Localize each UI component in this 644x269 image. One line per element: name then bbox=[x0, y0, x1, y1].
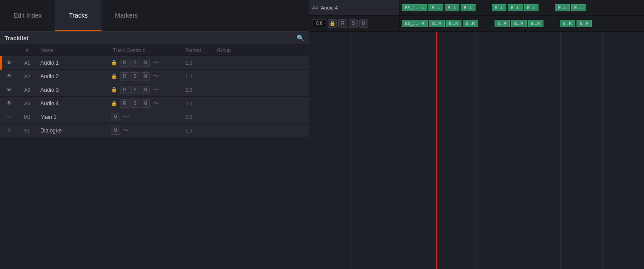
lock-icon-a1[interactable]: 🔒 bbox=[111, 60, 117, 66]
track-format-s1: 1.0 bbox=[183, 128, 215, 133]
r-button-a4[interactable]: R bbox=[120, 99, 129, 108]
clip-block[interactable]: E...L bbox=[524, 4, 539, 11]
clip-block[interactable]: E...R bbox=[560, 20, 575, 27]
a4-header-block: A4 Audio 4 0.0 🔒 R S M bbox=[309, 0, 400, 31]
col-header-controls: Track Controls bbox=[111, 47, 183, 54]
tab-tracks[interactable]: Tracks bbox=[55, 0, 101, 31]
lock-icon-a4[interactable]: 🔒 bbox=[111, 100, 117, 106]
tracklist-title: Tracklist bbox=[5, 35, 29, 42]
track-name-a4: Audio 4 bbox=[38, 100, 111, 107]
tab-edit-index[interactable]: Edit Index bbox=[0, 0, 55, 31]
table-row[interactable]: 👁 A3 Audio 3 🔒 R S M 〜 2.0 bbox=[0, 83, 309, 97]
tab-markers[interactable]: Markers bbox=[101, 0, 152, 31]
s-button-a3[interactable]: S bbox=[130, 86, 139, 94]
tracklist-header: Tracklist 🔍 bbox=[0, 32, 309, 45]
col-header-format: Format bbox=[183, 47, 215, 54]
automation-icon-a1: 〜 bbox=[153, 59, 159, 67]
table-row[interactable]: 👁 A4 Audio 4 🔒 R S M 〜 2.0 bbox=[0, 97, 309, 110]
clip-block[interactable]: E...R bbox=[429, 20, 445, 27]
track-num-s1: S1 bbox=[16, 128, 38, 133]
lock-icon-a2[interactable]: 🔒 bbox=[111, 73, 117, 79]
col-header-name: Name bbox=[38, 47, 111, 54]
track-eye-a1[interactable]: 👁 bbox=[2, 59, 16, 66]
track-controls-a1: 🔒 R S M 〜 bbox=[111, 59, 183, 67]
track-controls-a3: 🔒 R S M 〜 bbox=[111, 86, 183, 94]
playhead bbox=[436, 32, 437, 269]
track-name-s1: Dialogue bbox=[38, 127, 111, 134]
clip-block[interactable]: E...L bbox=[555, 4, 570, 11]
automation-icon-m1: 〜 bbox=[123, 113, 129, 121]
table-row[interactable]: 👁 M1 Main 1 M 〜 2.0 bbox=[0, 110, 309, 124]
tab-bar: Edit Index Tracks Markers bbox=[0, 0, 309, 32]
timeline-area bbox=[309, 32, 644, 269]
m-btn-header[interactable]: M bbox=[359, 19, 368, 28]
m-button-a4[interactable]: M bbox=[141, 99, 150, 108]
track-num-a2: A2 bbox=[16, 74, 38, 79]
track-eye-s1[interactable]: 👁 bbox=[2, 127, 16, 134]
clip-block[interactable]: E...R bbox=[495, 20, 510, 27]
m-button-s1[interactable]: M bbox=[111, 127, 120, 135]
track-name-a1: Audio 1 bbox=[38, 60, 111, 66]
track-name-a3: Audio 3 bbox=[38, 87, 111, 93]
track-eye-a4[interactable]: 👁 bbox=[2, 100, 16, 107]
automation-icon-s1: 〜 bbox=[123, 127, 129, 135]
r-button-a3[interactable]: R bbox=[120, 86, 129, 94]
clip-block[interactable]: E...L bbox=[461, 4, 476, 11]
automation-icon-a3: 〜 bbox=[153, 86, 159, 94]
track-controls-m1: M 〜 bbox=[111, 113, 183, 121]
r-button-a1[interactable]: R bbox=[120, 59, 129, 67]
clip-block[interactable]: E...R bbox=[446, 20, 461, 27]
table-row[interactable]: 👁 A1 Audio 1 🔒 R S M 〜 1.0 bbox=[0, 56, 309, 70]
track-num-a1: A1 bbox=[16, 60, 38, 66]
m-button-a3[interactable]: M bbox=[141, 86, 150, 94]
track-controls-a2: 🔒 R S M 〜 bbox=[111, 72, 183, 80]
s-button-a2[interactable]: S bbox=[130, 72, 139, 80]
clip-block[interactable]: E...R bbox=[528, 20, 543, 27]
track-controls-a4: 🔒 R S M 〜 bbox=[111, 99, 183, 108]
s-button-a1[interactable]: S bbox=[130, 59, 139, 67]
clip-block[interactable]: E...L bbox=[428, 4, 443, 11]
empty-tracklist-area bbox=[0, 137, 309, 269]
track-eye-a2[interactable]: 👁 bbox=[2, 73, 16, 80]
lock-btn-header[interactable]: 🔒 bbox=[328, 19, 337, 28]
lock-icon-a3[interactable]: 🔒 bbox=[111, 87, 117, 93]
track-header-area: A4 Audio 4 0.0 🔒 R S M ES_J... - L E...L… bbox=[309, 0, 644, 32]
col-header-group: Group bbox=[215, 47, 251, 54]
track-num-a3: A3 bbox=[16, 87, 38, 93]
clip-block[interactable]: E...L bbox=[445, 4, 460, 11]
m-button-a1[interactable]: M bbox=[141, 59, 150, 67]
automation-icon-a4: 〜 bbox=[153, 99, 159, 108]
clip-block[interactable]: E...R bbox=[577, 20, 592, 27]
track-eye-m1[interactable]: 👁 bbox=[2, 113, 16, 120]
table-row[interactable]: 👁 A2 Audio 2 🔒 R S M 〜 1.0 bbox=[0, 70, 309, 83]
table-header: # Name Track Controls Format Group bbox=[0, 45, 309, 56]
track-name-m1: Main 1 bbox=[38, 114, 111, 120]
track-format-a4: 2.0 bbox=[183, 101, 215, 106]
track-eye-a3[interactable]: 👁 bbox=[2, 86, 16, 93]
clip-block[interactable]: ES_J... - L bbox=[402, 4, 427, 11]
a4-header-name: A4 Audio 4 bbox=[309, 0, 399, 16]
m-button-m1[interactable]: M bbox=[111, 113, 120, 121]
clip-block[interactable]: E...L bbox=[492, 4, 507, 11]
s-btn-header[interactable]: S bbox=[349, 19, 358, 28]
clip-block[interactable]: E...R bbox=[463, 20, 478, 27]
clip-block[interactable]: E...L bbox=[571, 4, 586, 11]
track-list: 👁 A1 Audio 1 🔒 R S M 〜 1.0 👁 A2 Audio 2 bbox=[0, 56, 309, 137]
s-button-a4[interactable]: S bbox=[130, 99, 139, 108]
right-panel: A4 Audio 4 0.0 🔒 R S M ES_J... - L E...L… bbox=[309, 0, 644, 269]
clip-block[interactable]: E...L bbox=[508, 4, 523, 11]
m-button-a2[interactable]: M bbox=[141, 72, 150, 80]
track-format-a1: 1.0 bbox=[183, 60, 215, 66]
left-panel: Edit Index Tracks Markers Tracklist 🔍 # … bbox=[0, 0, 309, 269]
r-button-a2[interactable]: R bbox=[120, 72, 129, 80]
a4-header-controls: 0.0 🔒 R S M bbox=[309, 16, 399, 31]
main-layout: Edit Index Tracks Markers Tracklist 🔍 # … bbox=[0, 0, 644, 269]
automation-icon-a2: 〜 bbox=[153, 72, 159, 80]
track-name-a2: Audio 2 bbox=[38, 73, 111, 80]
clip-block[interactable]: E...R bbox=[511, 20, 527, 27]
search-icon[interactable]: 🔍 bbox=[297, 34, 304, 42]
a4-track-label: Audio 4 bbox=[321, 5, 337, 10]
table-row[interactable]: 👁 S1 Dialogue M 〜 1.0 bbox=[0, 124, 309, 137]
r-btn-header[interactable]: R bbox=[338, 19, 347, 28]
clip-block[interactable]: ES_J... - R bbox=[402, 20, 428, 27]
